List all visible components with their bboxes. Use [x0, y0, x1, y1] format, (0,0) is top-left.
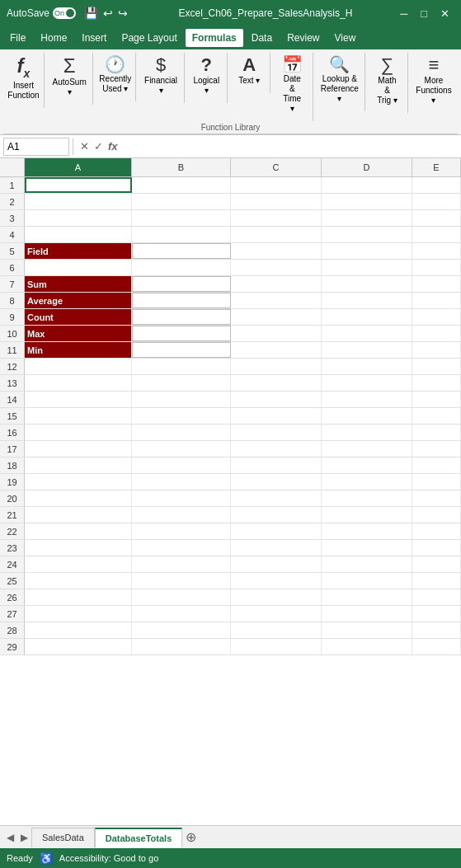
cell-a2[interactable] — [25, 194, 132, 209]
cell-e21[interactable] — [412, 507, 461, 523]
cell-c8[interactable] — [231, 293, 322, 308]
formula-input[interactable] — [125, 139, 458, 154]
cell-b15[interactable] — [132, 408, 231, 424]
more-functions-button[interactable]: ≡ MoreFunctions ▾ — [412, 54, 454, 107]
cell-d13[interactable] — [322, 375, 412, 391]
minimize-button[interactable]: ─ — [395, 7, 412, 20]
autosum-button[interactable]: Σ AutoSum ▾ — [49, 54, 90, 99]
cell-e28[interactable] — [412, 622, 461, 638]
menu-data[interactable]: Data — [245, 29, 279, 47]
name-box[interactable] — [3, 138, 69, 156]
menu-view[interactable]: View — [328, 29, 363, 47]
cell-b12[interactable] — [132, 359, 231, 374]
cell-c9[interactable] — [231, 309, 322, 325]
cell-c24[interactable] — [231, 556, 322, 572]
cell-e18[interactable] — [412, 457, 461, 473]
redo-icon[interactable]: ↪ — [118, 7, 128, 20]
tab-nav-right[interactable]: ▶ — [17, 832, 31, 843]
cell-b25[interactable] — [132, 573, 231, 589]
menu-formulas[interactable]: Formulas — [186, 29, 243, 47]
cell-c18[interactable] — [231, 457, 322, 473]
cell-d12[interactable] — [322, 359, 412, 374]
cell-c13[interactable] — [231, 375, 322, 391]
save-icon[interactable]: 💾 — [84, 7, 98, 20]
cell-c14[interactable] — [231, 392, 322, 407]
cell-c3[interactable] — [231, 210, 322, 226]
cell-e22[interactable] — [412, 523, 461, 539]
cell-b9[interactable] — [132, 309, 231, 325]
cell-e19[interactable] — [412, 474, 461, 490]
cell-e6[interactable] — [412, 260, 461, 275]
recently-used-button[interactable]: 🕐 RecentlyUsed ▾ — [96, 54, 134, 96]
cell-a22[interactable] — [25, 523, 132, 539]
maximize-button[interactable]: □ — [416, 7, 432, 20]
cell-a24[interactable] — [25, 556, 132, 572]
cell-e25[interactable] — [412, 573, 461, 589]
text-button[interactable]: A Text ▾ — [235, 54, 263, 87]
cell-c4[interactable] — [231, 227, 322, 242]
cell-d28[interactable] — [322, 622, 412, 638]
cell-a13[interactable] — [25, 375, 132, 391]
cell-e16[interactable] — [412, 425, 461, 440]
autosave-toggle[interactable]: On — [53, 7, 76, 19]
cell-d29[interactable] — [322, 639, 412, 655]
cell-e8[interactable] — [412, 293, 461, 308]
cell-c22[interactable] — [231, 523, 322, 539]
cell-d2[interactable] — [322, 194, 412, 209]
cell-d20[interactable] — [322, 490, 412, 506]
cell-e3[interactable] — [412, 210, 461, 226]
cell-d23[interactable] — [322, 540, 412, 556]
tab-nav-left[interactable]: ◀ — [3, 832, 17, 843]
tab-add-button[interactable]: ⊕ — [186, 829, 196, 845]
cell-e12[interactable] — [412, 359, 461, 374]
cell-c12[interactable] — [231, 359, 322, 374]
cell-a8[interactable]: Average — [25, 293, 132, 308]
cell-b27[interactable] — [132, 606, 231, 622]
cell-a15[interactable] — [25, 408, 132, 424]
cell-c20[interactable] — [231, 490, 322, 506]
cell-d14[interactable] — [322, 392, 412, 407]
cell-d26[interactable] — [322, 589, 412, 605]
cell-c28[interactable] — [231, 622, 322, 638]
cell-b4[interactable] — [132, 227, 231, 242]
insert-function-button[interactable]: fx InsertFunction — [4, 54, 42, 102]
cell-a29[interactable] — [25, 639, 132, 655]
cell-a3[interactable] — [25, 210, 132, 226]
cell-d16[interactable] — [322, 425, 412, 440]
cell-d17[interactable] — [322, 441, 412, 457]
menu-insert[interactable]: Insert — [75, 29, 113, 47]
cell-e5[interactable] — [412, 243, 461, 259]
cell-d8[interactable] — [322, 293, 412, 308]
cell-e17[interactable] — [412, 441, 461, 457]
cell-b28[interactable] — [132, 622, 231, 638]
cell-a21[interactable] — [25, 507, 132, 523]
cell-a18[interactable] — [25, 457, 132, 473]
cell-c17[interactable] — [231, 441, 322, 457]
cell-d9[interactable] — [322, 309, 412, 325]
cell-c26[interactable] — [231, 589, 322, 605]
cell-e27[interactable] — [412, 606, 461, 622]
col-header-d[interactable]: D — [322, 158, 412, 176]
cell-e20[interactable] — [412, 490, 461, 506]
cell-a10[interactable]: Max — [25, 326, 132, 341]
cell-d11[interactable] — [322, 342, 412, 358]
cell-a14[interactable] — [25, 392, 132, 407]
cell-d18[interactable] — [322, 457, 412, 473]
cell-a20[interactable] — [25, 490, 132, 506]
cell-d3[interactable] — [322, 210, 412, 226]
cell-b3[interactable] — [132, 210, 231, 226]
cell-b7[interactable] — [132, 276, 231, 292]
cell-a16[interactable] — [25, 425, 132, 440]
cell-c21[interactable] — [231, 507, 322, 523]
cell-b6[interactable] — [132, 260, 231, 275]
cell-b20[interactable] — [132, 490, 231, 506]
cell-e2[interactable] — [412, 194, 461, 209]
cell-a19[interactable] — [25, 474, 132, 490]
cell-e7[interactable] — [412, 276, 461, 292]
cell-d4[interactable] — [322, 227, 412, 242]
cell-e29[interactable] — [412, 639, 461, 655]
cell-c10[interactable] — [231, 326, 322, 341]
date-time-button[interactable]: 📅 Date &Time ▾ — [277, 54, 308, 115]
cell-a7[interactable]: Sum — [25, 276, 132, 292]
cell-e26[interactable] — [412, 589, 461, 605]
